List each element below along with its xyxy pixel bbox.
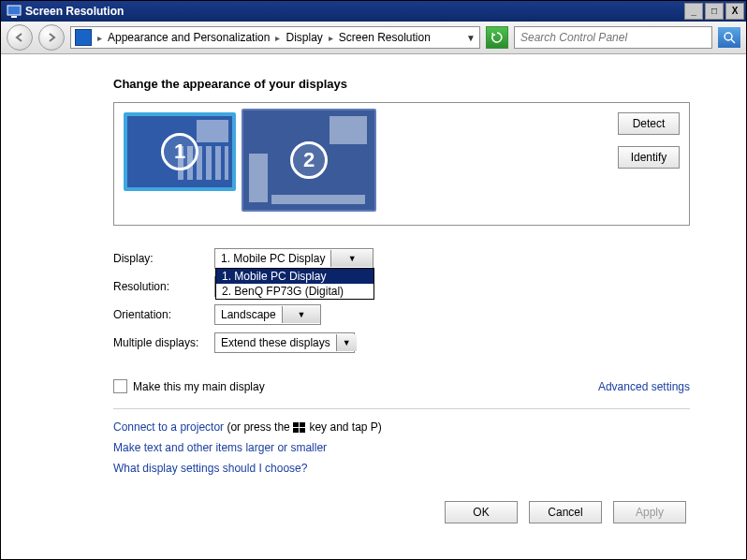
svg-line-3 (731, 39, 735, 43)
monitor-1[interactable]: 1 (124, 112, 236, 191)
minimize-button[interactable]: _ (684, 3, 703, 20)
chevron-down-icon: ▼ (282, 306, 320, 323)
navigation-bar: ▸ Appearance and Personalization ▸ Displ… (1, 22, 746, 54)
app-monitor-icon (7, 4, 22, 19)
multiple-displays-label: Multiple displays: (113, 336, 214, 349)
arrow-right-icon (46, 32, 57, 43)
breadcrumb-item[interactable]: Display (286, 31, 322, 44)
breadcrumb-item[interactable]: Appearance and Personalization (108, 31, 270, 44)
monitor-number: 1 (161, 133, 198, 170)
titlebar: Screen Resolution _ □ X (1, 1, 746, 22)
ok-button[interactable]: OK (445, 501, 518, 523)
maximize-icon: □ (711, 7, 717, 16)
display-value: 1. Mobile PC Display (215, 252, 330, 265)
control-panel-icon (75, 29, 92, 46)
minimize-icon: _ (691, 7, 696, 16)
monitor-layout[interactable]: 1 2 (124, 109, 605, 212)
identify-button[interactable]: Identify (618, 146, 680, 169)
orientation-value: Landscape (215, 308, 282, 321)
apply-button[interactable]: Apply (613, 501, 686, 523)
connect-projector-link[interactable]: Connect to a projector (113, 420, 224, 434)
dialog-footer: OK Cancel Apply (113, 501, 686, 523)
forward-button[interactable] (38, 24, 65, 51)
chevron-right-icon: ▸ (275, 33, 280, 43)
windows-key-icon (293, 422, 306, 434)
chevron-down-icon: ▼ (336, 334, 357, 351)
address-bar[interactable]: ▸ Appearance and Personalization ▸ Displ… (70, 26, 480, 49)
chevron-down-icon: ▼ (330, 250, 373, 267)
advanced-settings-link[interactable]: Advanced settings (598, 380, 690, 393)
window-controls: _ □ X (684, 3, 744, 20)
main-display-label: Make this my main display (133, 380, 265, 393)
screen-resolution-window: Screen Resolution _ □ X ▸ Appearance and… (0, 0, 747, 560)
orientation-combobox[interactable]: Landscape ▼ (214, 304, 321, 325)
text-size-link[interactable]: Make text and other items larger or smal… (113, 441, 327, 454)
chevron-right-icon: ▸ (97, 33, 102, 43)
address-dropdown-icon[interactable]: ▼ (466, 33, 476, 43)
display-option[interactable]: 1. Mobile PC Display (216, 269, 374, 284)
refresh-button[interactable] (486, 26, 508, 49)
close-icon: X (732, 7, 739, 16)
multiple-displays-combobox[interactable]: Extend these displays ▼ (214, 332, 355, 353)
projector-line: Connect to a projector (or press the key… (113, 420, 690, 434)
monitor-number: 2 (290, 141, 328, 179)
close-button[interactable]: X (725, 3, 744, 20)
search-input[interactable] (515, 31, 711, 44)
search-box[interactable] (514, 26, 712, 49)
content-area: Change the appearance of your displays 1… (1, 54, 746, 559)
divider (113, 408, 690, 409)
display-combobox[interactable]: 1. Mobile PC Display ▼ 1. Mobile PC Disp… (214, 248, 374, 269)
arrow-left-icon (14, 32, 25, 43)
refresh-icon (491, 31, 504, 44)
svg-rect-6 (293, 428, 299, 433)
svg-rect-7 (300, 428, 305, 433)
resolution-label: Resolution: (113, 280, 214, 293)
chevron-right-icon: ▸ (329, 33, 333, 43)
search-button[interactable] (718, 27, 740, 48)
settings-form: Display: 1. Mobile PC Display ▼ 1. Mobil… (113, 244, 690, 357)
display-preview-panel: 1 2 Detect Identify (113, 102, 690, 226)
breadcrumb-item[interactable]: Screen Resolution (339, 31, 431, 44)
display-label: Display: (113, 252, 214, 265)
window-title: Screen Resolution (25, 5, 684, 18)
display-option[interactable]: 2. BenQ FP73G (Digital) (216, 284, 374, 299)
svg-rect-1 (11, 16, 17, 18)
svg-rect-5 (300, 422, 305, 427)
orientation-label: Orientation: (113, 308, 214, 321)
taskbar-deco-icon (271, 195, 365, 204)
svg-point-2 (725, 33, 732, 40)
svg-rect-4 (293, 422, 299, 427)
window-deco-icon (197, 120, 228, 142)
svg-rect-0 (7, 6, 21, 15)
main-display-checkbox[interactable] (113, 379, 127, 393)
display-dropdown: 1. Mobile PC Display 2. BenQ FP73G (Digi… (215, 268, 374, 300)
search-icon (723, 31, 736, 44)
window-deco-icon (330, 116, 367, 144)
page-heading: Change the appearance of your displays (113, 77, 690, 91)
multiple-displays-value: Extend these displays (215, 336, 336, 349)
window-deco-icon (249, 154, 268, 202)
maximize-button[interactable]: □ (705, 3, 724, 20)
detect-button[interactable]: Detect (618, 112, 680, 135)
cancel-button[interactable]: Cancel (529, 501, 602, 523)
monitor-2[interactable]: 2 (242, 109, 376, 212)
help-link[interactable]: What display settings should I choose? (113, 462, 307, 475)
back-button[interactable] (7, 24, 33, 51)
